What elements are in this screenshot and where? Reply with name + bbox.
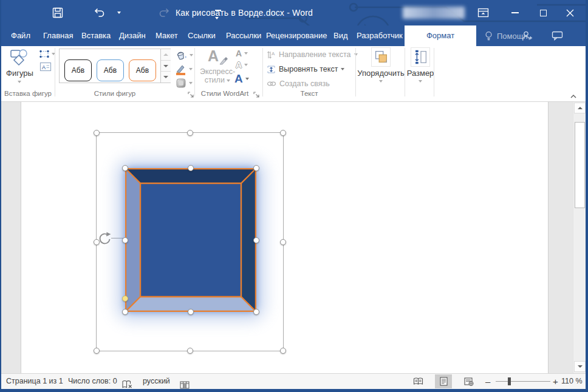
word-window: Как рисовать в Ворде.docx - Word Файл Гл… [0,0,588,392]
tab-layout[interactable]: Макет [156,25,178,46]
canvas-handle-bottom-center[interactable] [187,348,193,354]
tab-mailings[interactable]: Рассылки [226,25,261,46]
shape-handle-bottom-center[interactable] [188,309,194,315]
web-layout-icon [464,377,474,386]
scroll-down-button[interactable] [574,361,586,372]
shape-handle-middle-right[interactable] [253,237,259,243]
chat-bubble-icon [552,31,563,41]
document-area [1,102,586,373]
group-label-wordart: Стили WordArt [197,90,253,97]
word-count[interactable]: Число слов: 0 [68,374,117,389]
zoom-level[interactable]: 110 % [561,374,583,389]
shape-style-thumb-orange[interactable]: Абв [129,59,156,81]
canvas-handle-top-left[interactable] [94,130,100,136]
canvas-handle-middle-left[interactable] [94,239,100,245]
zoom-out-button[interactable]: – [485,374,490,389]
canvas-handle-top-center[interactable] [187,130,193,136]
tab-file[interactable]: Файл [11,25,30,46]
rotate-handle-icon[interactable] [97,231,112,246]
text-box-button[interactable]: А [39,62,52,74]
arrange-label: Упорядочить [357,69,404,78]
tab-home[interactable]: Главная [43,25,73,46]
group-label-insert-shapes: Вставка фигур [1,90,55,97]
shape-outline-icon [175,63,187,75]
status-bar: Страница 1 из 1 Число слов: 0 русский [1,373,586,389]
vertical-scrollbar[interactable] [573,102,586,373]
proofing-errors-icon[interactable] [121,377,132,392]
web-layout-button[interactable] [460,374,477,388]
print-layout-icon [440,377,448,386]
shape-adjust-handle[interactable] [122,296,128,302]
shape-style-thumb-black[interactable]: Абв [64,59,92,81]
lightbulb-icon [484,31,493,41]
arrange-icon [371,47,391,67]
shape-handle-top-center[interactable] [188,165,194,171]
minimize-button[interactable] [503,0,527,25]
quick-styles-icon: А [205,47,230,67]
tab-view[interactable]: Вид [333,25,348,46]
shape-handle-bottom-right[interactable] [253,309,259,315]
shape-style-thumb-blue[interactable]: Абв [97,59,124,81]
gallery-scroll-down-button[interactable] [161,61,171,72]
arrange-button[interactable]: Упорядочить [359,47,403,83]
size-icon [411,47,430,67]
maximize-button[interactable] [531,0,555,25]
edit-shape-button[interactable] [39,49,55,59]
shape-effects-icon [175,77,187,89]
ribbon-format-tools: Фигуры А Вставка фигур Абв Абв Абв [1,46,586,102]
text-effects-button[interactable]: А [234,72,249,86]
canvas-handle-top-right[interactable] [280,130,286,136]
print-layout-button[interactable] [435,374,452,388]
text-box-icon: А [39,62,52,72]
align-text-button[interactable]: Выровнять текст [267,64,344,75]
bevel-frame-shape[interactable] [125,168,256,312]
gallery-scroll-up-button [161,49,171,61]
shape-handle-bottom-left[interactable] [122,309,128,315]
tab-format-active[interactable]: Формат [405,25,476,46]
macro-icon[interactable] [180,377,190,392]
canvas-handle-middle-right[interactable] [280,239,286,245]
shape-styles-dialog-launcher-icon[interactable] [187,91,194,98]
text-direction-icon: А [267,50,276,59]
zoom-in-button[interactable]: + [553,374,558,389]
tab-design[interactable]: Дизайн [119,25,146,46]
text-direction-label: Направление текста [279,50,351,59]
close-button[interactable] [558,0,582,25]
scrollbar-thumb[interactable] [575,122,585,208]
shapes-button[interactable]: Фигуры [6,47,33,83]
shape-fill-button[interactable] [175,49,193,62]
ribbon-display-options-button[interactable] [471,0,495,25]
ribbon-tab-row: Файл Главная Вставка Дизайн Макет Ссылки… [1,25,586,46]
shape-handle-top-right[interactable] [253,165,259,171]
shape-handle-top-left[interactable] [122,165,128,171]
tab-insert[interactable]: Вставка [81,25,111,46]
zoom-slider-track[interactable] [496,381,550,382]
size-button[interactable]: Размер [407,47,434,83]
comments-button[interactable] [552,25,563,46]
frame-shape-graphic [125,168,256,312]
tab-developer[interactable]: Разработчик [357,25,403,46]
svg-text:А: А [42,64,46,70]
tab-review[interactable]: Рецензирование [266,25,327,46]
align-text-label: Выровнять текст [279,65,338,73]
language-indicator[interactable]: русский [143,374,170,389]
share-button[interactable] [521,25,533,46]
canvas-handle-bottom-right[interactable] [280,348,286,354]
gallery-more-button[interactable] [161,72,171,83]
size-label: Размер [407,69,434,78]
shape-effects-button[interactable] [175,76,193,90]
wordart-dialog-launcher-icon[interactable] [253,91,260,98]
shape-outline-button[interactable] [175,63,193,76]
tab-references[interactable]: Ссылки [188,25,216,46]
canvas-handle-bottom-left[interactable] [94,348,100,354]
zoom-slider-handle[interactable] [508,377,511,385]
gallery-scroll [160,49,171,83]
collapse-ribbon-icon[interactable] [570,93,577,100]
scroll-up-button[interactable] [574,103,586,113]
create-link-button: Создать связь [267,78,330,89]
quick-styles-label-2: стили [205,76,231,84]
page-indicator[interactable]: Страница 1 из 1 [6,374,63,389]
shape-handle-middle-left[interactable] [122,237,128,243]
group-label-text: Текст [264,90,355,97]
read-mode-button[interactable] [409,374,426,388]
